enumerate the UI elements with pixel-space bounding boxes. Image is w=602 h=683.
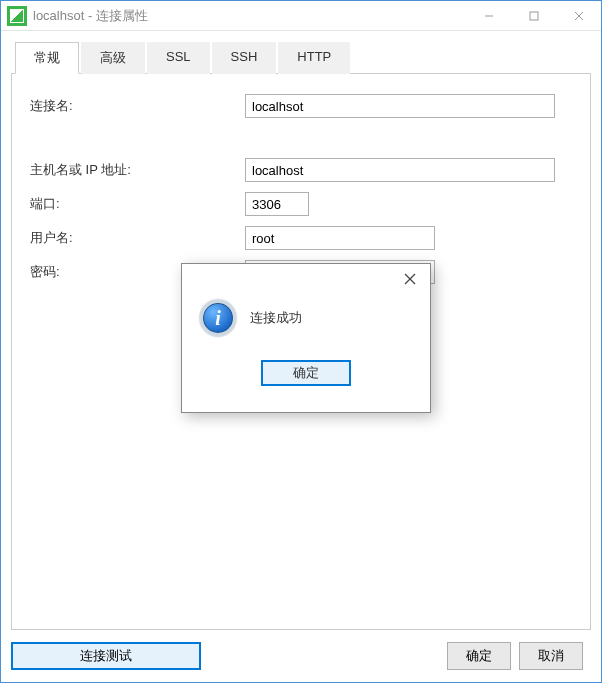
- message-dialog: i 连接成功 确定: [181, 263, 431, 413]
- port-label: 端口:: [30, 195, 245, 213]
- maximize-icon: [529, 11, 539, 21]
- close-icon: [574, 11, 584, 21]
- user-input[interactable]: [245, 226, 435, 250]
- message-text: 连接成功: [250, 309, 302, 327]
- cancel-button[interactable]: 取消: [519, 642, 583, 670]
- message-dialog-close-button[interactable]: [396, 268, 424, 290]
- app-icon: [7, 6, 27, 26]
- info-icon: i: [200, 300, 236, 336]
- row-connection-name: 连接名:: [30, 94, 572, 118]
- test-connection-button[interactable]: 连接测试: [11, 642, 201, 670]
- host-input[interactable]: [245, 158, 555, 182]
- host-label: 主机名或 IP 地址:: [30, 161, 245, 179]
- close-icon: [404, 273, 416, 285]
- user-label: 用户名:: [30, 229, 245, 247]
- window-controls: [466, 1, 601, 31]
- message-dialog-footer: 确定: [182, 336, 430, 386]
- window-title: localhsot - 连接属性: [33, 7, 466, 25]
- connection-name-label: 连接名:: [30, 97, 245, 115]
- minimize-button[interactable]: [466, 1, 511, 31]
- tab-ssh[interactable]: SSH: [212, 42, 277, 74]
- tab-advanced[interactable]: 高级: [81, 42, 145, 74]
- tab-http[interactable]: HTTP: [278, 42, 350, 74]
- connection-name-input[interactable]: [245, 94, 555, 118]
- tab-general[interactable]: 常规: [15, 42, 79, 74]
- row-user: 用户名:: [30, 226, 572, 250]
- message-dialog-titlebar: [182, 264, 430, 290]
- connection-properties-window: localhsot - 连接属性 常规 高级 SSL SSH HTTP 连接名:: [0, 0, 602, 683]
- row-host: 主机名或 IP 地址:: [30, 158, 572, 182]
- close-button[interactable]: [556, 1, 601, 31]
- port-input[interactable]: [245, 192, 309, 216]
- tab-strip: 常规 高级 SSL SSH HTTP: [11, 41, 591, 74]
- dialog-footer: 连接测试 确定 取消: [11, 630, 591, 682]
- titlebar: localhsot - 连接属性: [1, 1, 601, 31]
- tab-ssl[interactable]: SSL: [147, 42, 210, 74]
- message-dialog-body: i 连接成功: [182, 290, 430, 336]
- ok-button[interactable]: 确定: [447, 642, 511, 670]
- minimize-icon: [484, 11, 494, 21]
- message-dialog-ok-button[interactable]: 确定: [261, 360, 351, 386]
- svg-rect-1: [530, 12, 538, 20]
- row-port: 端口:: [30, 192, 572, 216]
- maximize-button[interactable]: [511, 1, 556, 31]
